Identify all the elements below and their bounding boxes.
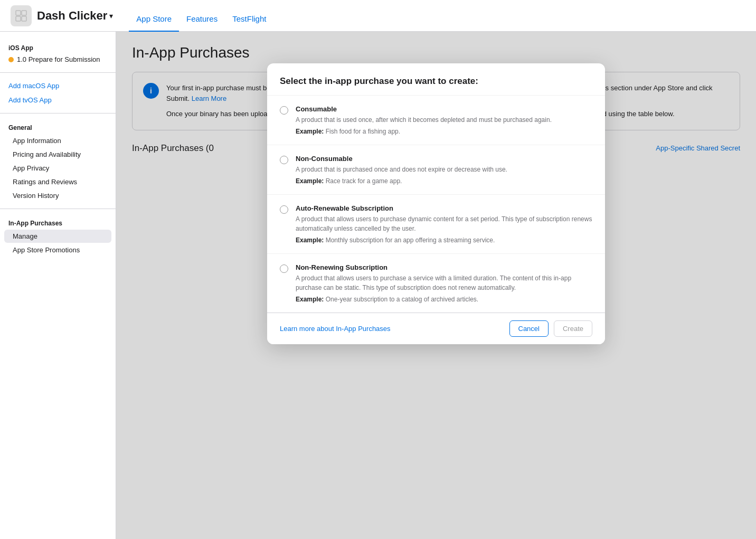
version-status-dot	[8, 57, 14, 62]
modal-footer: Learn more about In-App Purchases Cancel…	[267, 313, 605, 344]
radio-consumable[interactable]	[280, 106, 288, 115]
sidebar-item-add-macos[interactable]: Add macOS App	[0, 79, 116, 92]
sidebar-divider-3	[0, 209, 116, 209]
sidebar-general-section: General	[0, 120, 116, 134]
sidebar-item-app-store-promotions[interactable]: App Store Promotions	[4, 243, 111, 257]
svg-rect-0	[16, 11, 21, 15]
sidebar-ios-section: iOS App	[0, 42, 116, 53]
layout: iOS App 1.0 Prepare for Submission Add m…	[0, 32, 756, 539]
svg-rect-2	[16, 16, 21, 21]
radio-non-renewing[interactable]	[280, 264, 288, 273]
tab-features[interactable]: Features	[179, 14, 225, 32]
option-consumable-example: Example: Fish food for a fishing app.	[296, 128, 592, 135]
learn-more-iap-link[interactable]: Learn more about In-App Purchases	[280, 325, 391, 333]
svg-rect-1	[22, 11, 26, 15]
tab-app-store[interactable]: App Store	[129, 14, 179, 32]
sidebar-item-pricing-availability[interactable]: Pricing and Availability	[4, 148, 111, 161]
header: Dash Clicker ▾ App Store Features TestFl…	[0, 0, 756, 32]
nav-tabs: App Store Features TestFlight	[129, 0, 273, 32]
main-content: In-App Purchases i Your first in-app pur…	[116, 32, 756, 539]
option-consumable-title: Consumable	[296, 105, 592, 113]
sidebar-iap-section: In-App Purchases	[0, 215, 116, 229]
chevron-down-icon[interactable]: ▾	[109, 12, 113, 20]
sidebar-version: 1.0 Prepare for Submission	[0, 53, 116, 66]
option-non-consumable-desc: A product that is purchased once and doe…	[296, 165, 592, 174]
modal-overlay: Select the in-app purchase you want to c…	[116, 32, 756, 539]
sidebar-item-add-tvos[interactable]: Add tvOS App	[0, 93, 116, 107]
modal-footer-buttons: Cancel Create	[509, 320, 593, 337]
sidebar-item-ratings-reviews[interactable]: Ratings and Reviews	[4, 175, 111, 188]
option-non-consumable[interactable]: Non-Consumable A product that is purchas…	[267, 145, 605, 195]
option-non-renewing-desc: A product that allows users to purchase …	[296, 273, 592, 292]
svg-rect-3	[22, 16, 26, 21]
option-auto-renewable[interactable]: Auto-Renewable Subscription A product th…	[267, 195, 605, 254]
option-consumable-desc: A product that is used once, after which…	[296, 115, 592, 125]
sidebar-divider-2	[0, 113, 116, 114]
sidebar-version-label: 1.0 Prepare for Submission	[17, 55, 100, 63]
sidebar-item-app-privacy[interactable]: App Privacy	[4, 162, 111, 175]
option-non-renewing[interactable]: Non-Renewing Subscription A product that…	[267, 254, 605, 313]
sidebar-item-app-information[interactable]: App Information	[4, 134, 111, 147]
modal-title: Select the in-app purchase you want to c…	[267, 63, 605, 96]
option-non-renewing-content: Non-Renewing Subscription A product that…	[296, 263, 592, 303]
option-non-renewing-title: Non-Renewing Subscription	[296, 263, 592, 271]
option-non-consumable-example: Example: Race track for a game app.	[296, 177, 592, 185]
sidebar: iOS App 1.0 Prepare for Submission Add m…	[0, 32, 116, 539]
tab-testflight[interactable]: TestFlight	[225, 14, 273, 32]
option-non-consumable-title: Non-Consumable	[296, 155, 592, 163]
option-consumable-content: Consumable A product that is used once, …	[296, 105, 592, 135]
sidebar-divider-1	[0, 72, 116, 73]
modal-dialog: Select the in-app purchase you want to c…	[267, 63, 605, 344]
modal-body: Consumable A product that is used once, …	[267, 96, 605, 313]
option-non-consumable-content: Non-Consumable A product that is purchas…	[296, 155, 592, 185]
option-auto-renewable-title: Auto-Renewable Subscription	[296, 204, 592, 212]
sidebar-item-version-history[interactable]: Version History	[4, 189, 111, 202]
option-non-renewing-example: Example: One-year subscription to a cata…	[296, 296, 592, 303]
radio-auto-renewable[interactable]	[280, 205, 288, 214]
sidebar-item-manage[interactable]: Manage	[4, 230, 111, 243]
radio-non-consumable[interactable]	[280, 156, 288, 164]
app-icon	[11, 5, 32, 26]
option-auto-renewable-desc: A product that allows users to purchase …	[296, 214, 592, 233]
app-title: Dash Clicker	[37, 9, 107, 23]
option-auto-renewable-content: Auto-Renewable Subscription A product th…	[296, 204, 592, 244]
cancel-button[interactable]: Cancel	[509, 320, 549, 337]
create-button[interactable]: Create	[554, 320, 592, 337]
option-consumable[interactable]: Consumable A product that is used once, …	[267, 96, 605, 145]
option-auto-renewable-example: Example: Monthly subscription for an app…	[296, 237, 592, 244]
